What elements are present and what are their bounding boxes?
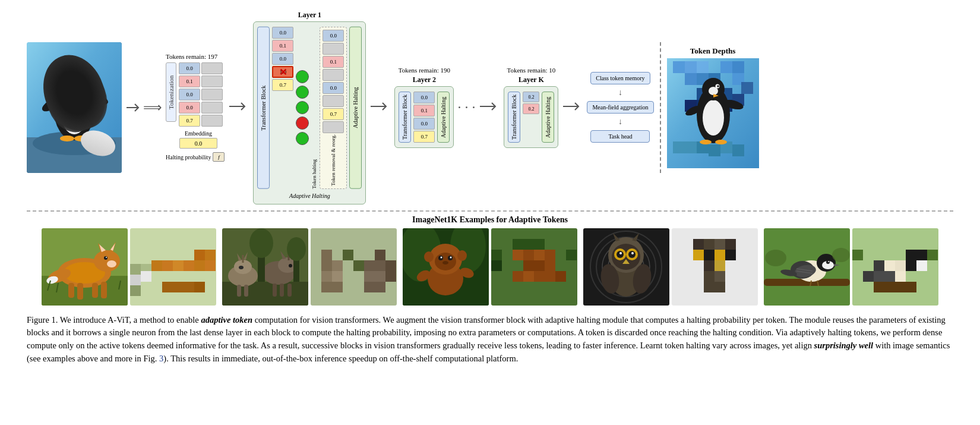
token-cell: 0.7 — [413, 131, 435, 143]
bird-original — [764, 228, 850, 306]
owl-original — [583, 228, 669, 306]
layerK-container: Tokens remain: 10 Layer K Transformer Bl… — [504, 67, 558, 148]
svg-rect-157 — [545, 250, 555, 260]
bold-italic-2: surprisingly well — [814, 341, 874, 350]
token-cell: 0.0 — [323, 82, 344, 94]
adaptive-halting-1: Adaptive Halting — [349, 27, 362, 189]
svg-rect-34 — [741, 82, 753, 94]
layer2-container: Tokens remain: 190 Layer 2 Transformer B… — [394, 67, 454, 148]
arrow-to-layer1 — [228, 100, 249, 115]
token-cell — [323, 43, 344, 55]
svg-rect-198 — [693, 239, 704, 250]
token-cell: 0.1 — [413, 105, 435, 117]
svg-rect-168 — [491, 260, 502, 271]
svg-rect-238 — [927, 250, 938, 260]
token-cell — [323, 69, 344, 81]
arrow-to-layerK — [479, 100, 500, 115]
svg-point-185 — [631, 252, 634, 254]
penguin-image — [27, 42, 122, 173]
token-cell: 0.1 — [272, 40, 293, 52]
tokens-remain-10: Tokens remain: 10 — [507, 67, 556, 74]
svg-rect-155 — [523, 250, 534, 260]
layer1-container: Layer 1 Transformer Block 0.0 0.1 0.0 1.… — [253, 11, 366, 204]
token-removal-box: 0.0 0.1 0.0 0.7 Token removal & reorg. — [320, 27, 347, 189]
svg-point-10 — [78, 75, 81, 77]
layer2-block: Transformer Block 0.0 0.1 0.0 0.7 Adapti… — [394, 86, 454, 148]
svg-rect-120 — [332, 271, 343, 282]
func-box: f — [213, 152, 225, 162]
transformer-block-K: Transformer Block — [508, 92, 520, 143]
task-head: Task head — [590, 130, 650, 143]
halting-prob-label: Halting probability — [166, 154, 211, 160]
svg-rect-229 — [874, 260, 884, 271]
dashed-vertical-separator — [660, 42, 661, 173]
arrow-to-layer2 — [369, 100, 391, 115]
adaptive-halting-bottom: Adaptive Halting — [289, 193, 330, 199]
light-red — [296, 117, 309, 130]
caption-text-end: ). This results in immediate, out-of-the… — [163, 354, 518, 363]
svg-rect-237 — [852, 250, 863, 260]
embed-cell: 0.0 — [179, 138, 217, 149]
svg-point-12 — [60, 136, 74, 141]
svg-rect-152 — [523, 239, 534, 250]
svg-rect-126 — [364, 282, 375, 292]
class-token-memory: Class token memory — [590, 72, 650, 84]
token-cell — [201, 115, 223, 127]
svg-rect-40 — [732, 144, 744, 156]
svg-rect-86 — [205, 260, 216, 271]
svg-point-50 — [700, 140, 712, 144]
fox-original — [42, 228, 128, 306]
token-cell: 0.2 — [523, 103, 539, 114]
svg-rect-222 — [906, 250, 916, 260]
svg-rect-129 — [375, 282, 385, 292]
svg-point-56 — [94, 250, 120, 272]
token-cell: 0.0 — [413, 92, 435, 103]
svg-rect-162 — [523, 271, 534, 282]
svg-point-219 — [765, 250, 786, 266]
token-depths-section: Token Depths — [667, 46, 759, 168]
svg-point-48 — [717, 86, 719, 88]
svg-rect-122 — [343, 250, 353, 260]
svg-rect-159 — [534, 260, 545, 271]
svg-point-144 — [450, 256, 452, 258]
svg-rect-201 — [715, 271, 725, 282]
token-depths-image — [667, 58, 759, 168]
svg-rect-235 — [895, 282, 906, 292]
svg-marker-11 — [74, 84, 80, 87]
arrow-tokenization — [125, 100, 162, 115]
owl-pixel — [672, 228, 758, 306]
token-cell — [201, 102, 223, 114]
svg-point-145 — [442, 261, 448, 265]
svg-rect-127 — [375, 260, 385, 271]
svg-rect-130 — [385, 260, 396, 271]
token-cell: 0.0 — [413, 118, 435, 130]
svg-rect-81 — [184, 260, 194, 271]
svg-rect-80 — [173, 260, 184, 271]
deer-original — [222, 228, 308, 306]
svg-rect-19 — [732, 61, 744, 73]
svg-rect-227 — [895, 260, 906, 271]
caption-text-before: We introduce A-ViT, a method to enable — [60, 315, 201, 325]
light-green-4 — [296, 132, 309, 145]
svg-rect-84 — [194, 250, 205, 260]
tokens-remain-197: Tokens remain: 197 — [166, 53, 217, 60]
token-removal-label: Token removal & reorg. — [330, 134, 336, 186]
token-cell: 0.2 — [523, 92, 539, 102]
svg-rect-90 — [194, 282, 205, 292]
svg-rect-117 — [321, 271, 332, 282]
svg-point-99 — [239, 266, 244, 269]
svg-rect-66 — [92, 283, 98, 298]
down-arrow-1: ↓ — [618, 88, 622, 97]
token-depths-title: Token Depths — [690, 46, 735, 56]
svg-rect-199 — [725, 239, 736, 250]
token-cell — [323, 95, 344, 107]
svg-rect-92 — [130, 275, 141, 285]
orangutan-pair — [403, 228, 577, 306]
svg-rect-36 — [685, 141, 697, 153]
svg-rect-79 — [162, 260, 173, 271]
svg-rect-225 — [916, 260, 927, 271]
svg-rect-190 — [693, 250, 704, 260]
svg-point-3 — [53, 75, 95, 140]
svg-rect-226 — [884, 260, 895, 271]
svg-point-4 — [61, 93, 87, 134]
